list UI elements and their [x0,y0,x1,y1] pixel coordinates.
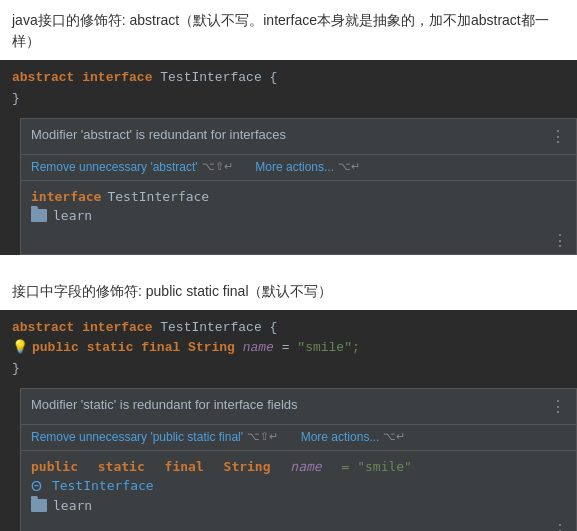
popup-1: Modifier 'abstract' is redundant for int… [20,118,577,255]
suggestion-row-5: learn [31,496,566,515]
code-line-5: } [12,359,565,380]
remove-action-2[interactable]: Remove unnecessary 'public static final' [31,430,243,444]
theta-icon: Θ [31,478,42,494]
popup-warning-2: Modifier 'static' is redundant for inter… [21,389,576,425]
sug-class: TestInterface [52,478,154,493]
shortcut-more-1: ⌥↵ [338,160,360,173]
class-name-2: TestInterface { [160,318,277,339]
learn-text-2: learn [53,498,92,513]
popup-dots-bottom-2[interactable]: ⋮ [21,519,576,531]
suggestion-row-2: learn [31,206,566,225]
popup-actions-2: Remove unnecessary 'public static final'… [21,425,576,451]
var-name: name [243,338,274,359]
sug-public: public [31,459,78,474]
suggestion-name: TestInterface [107,189,209,204]
code-area-1: abstract interface TestInterface { } [0,60,577,118]
static-keyword: static [87,338,134,359]
gap-1 [0,255,577,271]
popup-dots-bottom-1[interactable]: ⋮ [21,229,576,254]
code-block-2: abstract interface TestInterface { 💡 pub… [0,310,577,531]
section2-label: 接口中字段的修饰符: public static final（默认不写） [0,271,577,310]
folder-icon-2 [31,499,47,512]
popup-actions-1: Remove unnecessary 'abstract' ⌥⇧↵ More a… [21,155,576,181]
suggestion-row-3: public static final String name = "smile… [31,457,566,476]
abstract-keyword-1: abstract [12,68,74,89]
folder-icon-1 [31,209,47,222]
sug-final: final [165,459,204,474]
suggestion-row-1: interface TestInterface [31,187,566,206]
sug-string: String [224,459,271,474]
shortcut-remove-1: ⌥⇧↵ [202,160,233,173]
sug-value: = "smile" [342,459,412,474]
str-value: "smile"; [297,338,359,359]
bulb-icon: 💡 [12,338,28,359]
shortcut-remove-2: ⌥⇧↵ [247,430,278,443]
popup-suggestion-2: public static final String name = "smile… [21,451,576,519]
interface-keyword-2: interface [82,318,152,339]
code-line-3: abstract interface TestInterface { [12,318,565,339]
code-block-1: abstract interface TestInterface { } Mod… [0,60,577,255]
code-line-2: } [12,89,565,110]
popup-suggestion-1: interface TestInterface learn [21,181,576,229]
more-actions-2[interactable]: More actions... [301,430,380,444]
code-area-2: abstract interface TestInterface { 💡 pub… [0,310,577,388]
suggestion-interface-kw: interface [31,189,101,204]
public-keyword: public [32,338,79,359]
popup-2: Modifier 'static' is redundant for inter… [20,388,577,531]
remove-action-1[interactable]: Remove unnecessary 'abstract' [31,160,198,174]
final-keyword: final [141,338,180,359]
code-line-4: 💡 public static final String name = "smi… [12,338,565,359]
sug-varname: name [290,459,321,474]
learn-text-1: learn [53,208,92,223]
abstract-keyword-2: abstract [12,318,74,339]
warning-text-1: Modifier 'abstract' is redundant for int… [31,127,542,142]
class-name-1: TestInterface { [160,68,277,89]
suggestion-row-4: Θ TestInterface [31,476,566,496]
warning-text-2: Modifier 'static' is redundant for inter… [31,397,542,412]
popup-dots-2[interactable]: ⋮ [550,397,566,416]
shortcut-more-2: ⌥↵ [383,430,405,443]
interface-keyword-1: interface [82,68,152,89]
code-line-1: abstract interface TestInterface { [12,68,565,89]
popup-dots-1[interactable]: ⋮ [550,127,566,146]
popup-warning-1: Modifier 'abstract' is redundant for int… [21,119,576,155]
sug-static: static [98,459,145,474]
more-actions-1[interactable]: More actions... [255,160,334,174]
string-type: String [188,338,235,359]
section1-label: java接口的修饰符: abstract（默认不写。interface本身就是抽… [0,0,577,60]
